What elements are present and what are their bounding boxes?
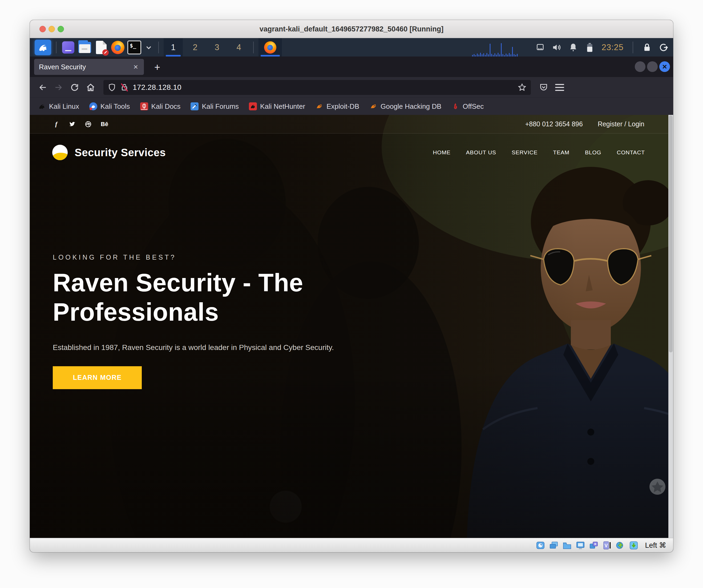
show-desktop-button[interactable]	[61, 41, 75, 54]
browser-minimize-button[interactable]	[635, 61, 645, 72]
dribbble-icon[interactable]	[85, 121, 92, 128]
vm-statusbar: V Left ⌘	[30, 538, 673, 552]
site-topbar: f Bē +880 012 3654 896 Register / Login	[30, 115, 673, 134]
vbox-network-indicator[interactable]	[616, 540, 625, 550]
vbox-log-indicator[interactable]: V	[602, 540, 612, 550]
forward-button[interactable]	[52, 80, 66, 94]
url-bar[interactable]: 172.28.128.10	[103, 80, 531, 95]
vbox-recording-indicator[interactable]	[589, 540, 599, 550]
battery-indicator[interactable]	[585, 43, 595, 52]
lock-screen-button[interactable]	[642, 43, 652, 52]
bookmark-label: Kali Linux	[49, 102, 79, 111]
bookmark-label: Kali Docs	[151, 102, 181, 111]
nav-blog[interactable]: BLOG	[585, 149, 602, 156]
firefox-tabbar: Raven Security × + ×	[30, 57, 673, 77]
brand-logo-link[interactable]: Security Services	[52, 145, 166, 160]
scrollbar-thumb[interactable]	[669, 116, 673, 352]
clock[interactable]: 23:25	[602, 43, 624, 52]
bookmark-kali-nethunter[interactable]: Kali NetHunter	[249, 102, 305, 111]
home-icon	[86, 83, 95, 92]
nav-home[interactable]: HOME	[433, 149, 450, 156]
workspace-1[interactable]: 1	[164, 38, 183, 57]
vbox-display-indicator[interactable]	[575, 540, 585, 550]
browser-close-button[interactable]: ×	[659, 61, 670, 72]
nav-service[interactable]: SERVICE	[512, 149, 538, 156]
workspace-2[interactable]: 2	[185, 38, 205, 57]
tracking-shield-icon[interactable]	[108, 83, 116, 92]
nav-team[interactable]: TEAM	[553, 149, 569, 156]
battery-icon	[586, 43, 594, 52]
kali-tools-icon	[89, 102, 97, 111]
taskbar-firefox-window[interactable]	[258, 38, 282, 57]
app-menu-button[interactable]	[553, 80, 566, 94]
learn-more-button[interactable]: LEARN MORE	[53, 366, 142, 389]
register-login-link[interactable]: Register / Login	[598, 120, 644, 128]
tab-close-button[interactable]: ×	[132, 63, 139, 71]
bookmark-label: Exploit-DB	[326, 102, 359, 111]
chevron-down-icon	[145, 44, 152, 51]
url-text[interactable]: 172.28.128.10	[133, 83, 514, 92]
network-indicator[interactable]	[535, 43, 545, 52]
reload-icon	[70, 83, 79, 92]
bell-icon	[569, 43, 578, 52]
bookmark-kali-docs[interactable]: Kali Docs	[140, 102, 181, 111]
kali-docs-icon	[140, 102, 148, 111]
offsec-icon	[452, 102, 459, 111]
bookmark-kali-linux[interactable]: Kali Linux	[38, 102, 79, 111]
bookmark-star-icon[interactable]	[518, 83, 527, 92]
bookmark-offsec[interactable]: OffSec	[452, 102, 484, 111]
kali-panel: $_ 1 2 3 4	[30, 38, 673, 57]
pocket-button[interactable]	[537, 80, 551, 94]
hero-section: LOOKING FOR THE BEST? Raven Security - T…	[53, 253, 458, 389]
back-arrow-icon	[38, 83, 48, 92]
hamburger-icon	[555, 84, 564, 91]
new-tab-button[interactable]: +	[150, 60, 164, 74]
brand-logo-icon	[52, 145, 68, 160]
bookmark-google-hacking-db[interactable]: Google Hacking DB	[369, 102, 441, 111]
bookmark-label: OffSec	[463, 102, 484, 111]
bookmark-label: Google Hacking DB	[381, 102, 441, 111]
phone-number[interactable]: +880 012 3654 896	[525, 120, 583, 128]
kali-menu-button[interactable]	[34, 40, 51, 55]
browser-maximize-button[interactable]	[647, 61, 658, 72]
back-button[interactable]	[36, 80, 50, 94]
terminal-dropdown-button[interactable]	[144, 41, 154, 54]
bookmark-label: Kali Tools	[100, 102, 130, 111]
brand-name: Security Services	[75, 147, 166, 159]
vbox-optical-indicator[interactable]	[549, 540, 559, 550]
bookmark-kali-forums[interactable]: Kali Forums	[190, 102, 239, 111]
file-manager-button[interactable]	[78, 41, 92, 54]
bookmark-exploit-db[interactable]: Exploit-DB	[315, 102, 359, 111]
page-scrollbar[interactable]	[669, 115, 673, 538]
firefox-launcher-button[interactable]	[111, 41, 125, 54]
nav-contact[interactable]: CONTACT	[617, 149, 645, 156]
keyboard-capture-status: Left ⌘	[645, 541, 666, 549]
reload-button[interactable]	[68, 80, 82, 94]
terminal-button[interactable]: $_	[128, 41, 141, 54]
home-button[interactable]	[84, 80, 97, 94]
kali-forums-icon	[190, 102, 199, 111]
desktop: vagrant-kali_default_1649657277982_50460…	[0, 0, 703, 588]
kali-dragon-icon	[37, 42, 48, 53]
site-header: Security Services HOME ABOUT US SERVICE …	[30, 134, 673, 171]
behance-icon[interactable]: Bē	[101, 121, 108, 128]
insecure-connection-icon[interactable]	[120, 83, 129, 92]
facebook-icon[interactable]: f	[53, 121, 60, 128]
volume-indicator[interactable]	[552, 43, 561, 52]
vbox-shared-folder-indicator[interactable]	[562, 540, 572, 550]
tab-raven-security[interactable]: Raven Security ×	[34, 59, 144, 75]
vm-window-title: vagrant-kali_default_1649657277982_50460…	[30, 20, 673, 38]
text-editor-button[interactable]	[94, 41, 108, 54]
pocket-icon	[539, 83, 548, 92]
bookmark-kali-tools[interactable]: Kali Tools	[89, 102, 130, 111]
vbox-harddisk-indicator[interactable]	[536, 540, 545, 550]
lock-icon	[642, 43, 651, 52]
vbox-update-indicator[interactable]	[629, 540, 638, 550]
notifications-indicator[interactable]	[568, 43, 578, 52]
page-viewport: f Bē +880 012 3654 896 Register / Login	[30, 115, 673, 538]
workspace-3[interactable]: 3	[207, 38, 227, 57]
twitter-icon[interactable]	[69, 121, 76, 128]
logout-button[interactable]	[659, 43, 669, 52]
nav-about-us[interactable]: ABOUT US	[466, 149, 496, 156]
workspace-4[interactable]: 4	[229, 38, 248, 57]
